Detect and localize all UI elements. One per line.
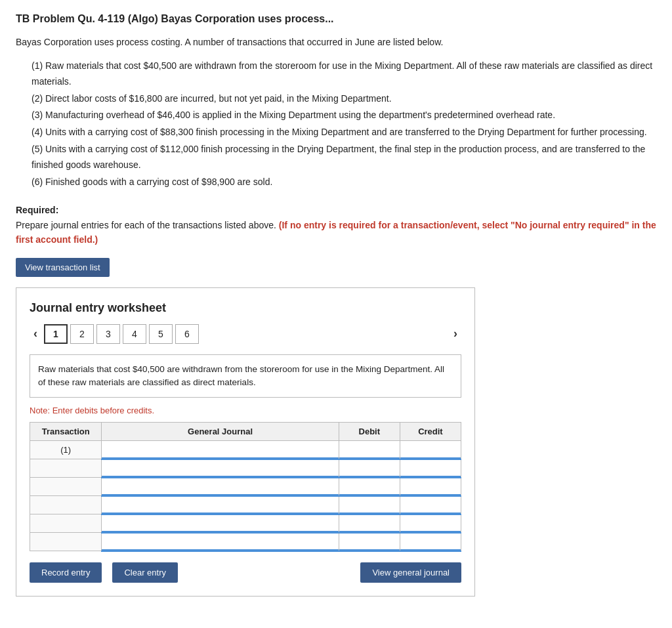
credit-input-cell-6[interactable] <box>400 533 461 551</box>
list-item: (4) Units with a carrying cost of $88,30… <box>32 125 656 140</box>
txn-label-3 <box>30 478 102 496</box>
tab-5[interactable]: 5 <box>149 324 173 344</box>
required-section: Required: Prepare journal entries for ea… <box>16 203 656 247</box>
gj-input-cell-6[interactable] <box>102 533 339 551</box>
required-text: Prepare journal entries for each of the … <box>16 220 276 230</box>
txn-label-4 <box>30 496 102 514</box>
table-row: (1) <box>30 441 461 459</box>
tab-3[interactable]: 3 <box>96 324 120 344</box>
credit-input-4[interactable] <box>400 497 461 514</box>
gj-input-cell-3[interactable] <box>102 478 339 496</box>
gj-input-5[interactable] <box>102 515 338 532</box>
clear-entry-button[interactable]: Clear entry <box>112 562 178 583</box>
credit-input-cell-2[interactable] <box>400 459 461 478</box>
gj-input-3[interactable] <box>102 478 338 495</box>
debit-input-3[interactable] <box>339 478 400 495</box>
transaction-description: Raw materials that cost $40,500 are with… <box>30 354 461 398</box>
tab-4[interactable]: 4 <box>123 324 146 344</box>
transaction-list: (1) Raw materials that cost $40,500 are … <box>32 58 656 190</box>
list-item: (6) Finished goods with a carrying cost … <box>32 175 656 190</box>
debit-input-6[interactable] <box>339 534 400 551</box>
credit-input-cell-3[interactable] <box>400 478 461 496</box>
table-row <box>30 459 461 478</box>
gj-input-cell-1[interactable] <box>102 441 339 459</box>
prev-tab-button[interactable]: ‹ <box>30 325 41 342</box>
credit-input-3[interactable] <box>400 478 461 495</box>
gj-input-cell-4[interactable] <box>102 496 339 514</box>
debit-input-5[interactable] <box>339 515 400 532</box>
debit-input-2[interactable] <box>339 460 400 477</box>
debit-input-1[interactable] <box>339 441 400 459</box>
tab-1[interactable]: 1 <box>44 324 68 344</box>
next-tab-button[interactable]: › <box>450 325 461 342</box>
debit-input-cell-3[interactable] <box>339 478 400 496</box>
gj-input-cell-5[interactable] <box>102 514 339 533</box>
txn-label-5 <box>30 514 102 533</box>
txn-label-2 <box>30 459 102 478</box>
view-general-journal-button[interactable]: View general journal <box>360 562 461 583</box>
credit-input-1[interactable] <box>400 441 461 459</box>
debit-input-cell-6[interactable] <box>339 533 400 551</box>
tab-navigation: ‹ 1 2 3 4 5 6 › <box>30 324 461 344</box>
list-item: (5) Units with a carrying cost of $112,0… <box>32 142 656 173</box>
debit-input-cell-2[interactable] <box>339 459 400 478</box>
tab-6[interactable]: 6 <box>175 324 199 344</box>
credit-input-cell-5[interactable] <box>400 514 461 533</box>
record-entry-button[interactable]: Record entry <box>30 562 102 583</box>
table-row <box>30 478 461 496</box>
gj-input-4[interactable] <box>102 497 338 514</box>
table-row <box>30 533 461 551</box>
txn-label-6 <box>30 533 102 551</box>
list-item: (3) Manufacturing overhead of $46,400 is… <box>32 108 656 123</box>
page-title: TB Problem Qu. 4-119 (Algo) Bayas Corpor… <box>16 13 656 25</box>
debit-input-cell-1[interactable] <box>339 441 400 459</box>
gj-input-6[interactable] <box>102 534 338 551</box>
button-row: Record entry Clear entry View general jo… <box>30 562 461 583</box>
required-label: Required: <box>16 205 58 215</box>
col-header-transaction: Transaction <box>30 423 102 441</box>
intro-text: Bayas Corporation uses process costing. … <box>16 35 656 49</box>
credit-input-2[interactable] <box>400 460 461 477</box>
debit-input-cell-5[interactable] <box>339 514 400 533</box>
txn-label-1: (1) <box>30 441 102 459</box>
journal-table: Transaction General Journal Debit Credit… <box>30 422 461 552</box>
view-transaction-button[interactable]: View transaction list <box>16 258 110 277</box>
gj-input-2[interactable] <box>102 460 338 477</box>
worksheet-container: Journal entry worksheet ‹ 1 2 3 4 5 6 › … <box>16 287 475 597</box>
gj-input-cell-2[interactable] <box>102 459 339 478</box>
credit-input-cell-4[interactable] <box>400 496 461 514</box>
credit-input-5[interactable] <box>400 515 461 532</box>
col-header-credit: Credit <box>400 423 461 441</box>
debit-input-cell-4[interactable] <box>339 496 400 514</box>
note-text: Note: Enter debits before credits. <box>30 406 461 415</box>
worksheet-title: Journal entry worksheet <box>30 301 461 315</box>
debit-input-4[interactable] <box>339 497 400 514</box>
credit-input-cell-1[interactable] <box>400 441 461 459</box>
list-item: (1) Raw materials that cost $40,500 are … <box>32 58 656 90</box>
col-header-general-journal: General Journal <box>102 423 339 441</box>
table-row <box>30 496 461 514</box>
list-item: (2) Direct labor costs of $16,800 are in… <box>32 91 656 107</box>
table-row <box>30 514 461 533</box>
credit-input-6[interactable] <box>400 534 461 551</box>
col-header-debit: Debit <box>339 423 400 441</box>
tab-2[interactable]: 2 <box>70 324 94 344</box>
gj-input-1[interactable] <box>102 441 338 459</box>
